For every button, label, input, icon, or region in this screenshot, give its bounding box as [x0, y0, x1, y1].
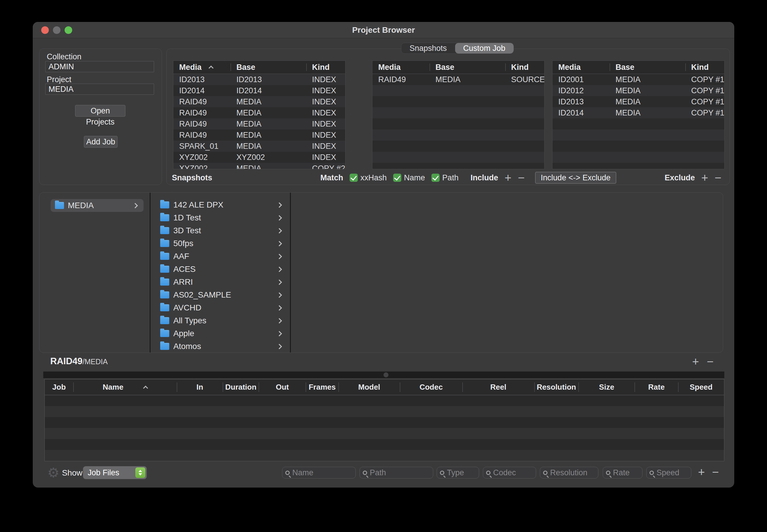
folder-item[interactable]: Atomos [151, 340, 290, 353]
gear-icon[interactable]: ⚙ [47, 465, 59, 480]
snapshot-source-table[interactable]: Media Base Kind ID2013 ID2013 INDEX [173, 61, 346, 169]
base-cell: MEDIA [430, 75, 505, 84]
folder-item[interactable]: 1D Test [151, 211, 290, 224]
folder-item[interactable]: All Types [151, 314, 290, 327]
table-row[interactable]: XYZ002 MEDIA COPY #2 [173, 163, 345, 169]
include-remove-icon[interactable] [518, 172, 525, 184]
folder-item[interactable]: 3D Test [151, 224, 290, 237]
folder-item[interactable]: ARRI [151, 276, 290, 289]
table-row[interactable]: XYZ002 XYZ002 INDEX [173, 152, 345, 163]
minimize-window-icon[interactable] [53, 26, 61, 34]
table-body: RAID49 MEDIA SOURCE [372, 74, 544, 169]
folder-item[interactable]: 50fps [151, 237, 290, 250]
volume-path: /MEDIA [82, 357, 108, 366]
rate-filter-input[interactable] [613, 468, 639, 477]
table-row[interactable]: RAID49 MEDIA SOURCE [372, 74, 544, 85]
table-row[interactable]: ID2013 MEDIA COPY #1 [552, 96, 724, 107]
folder-item-media-root[interactable]: MEDIA [51, 199, 144, 212]
table-row[interactable]: SPARK_01 MEDIA INDEX [173, 141, 345, 152]
table-row[interactable]: RAID49 MEDIA INDEX [173, 107, 345, 118]
include-table[interactable]: Media Base Kind RAID49 MEDIA SOURCE [372, 61, 545, 169]
speed-filter-input[interactable] [657, 468, 688, 477]
match-checkbox[interactable] [393, 174, 401, 182]
tab-segment[interactable]: Custom Job [455, 43, 514, 53]
table-row[interactable]: RAID49 MEDIA INDEX [173, 118, 345, 129]
open-projects-button[interactable]: Open Projects [75, 105, 125, 117]
folder-icon [160, 304, 169, 311]
job-column-header[interactable]: Resolution [534, 379, 579, 395]
job-column-header[interactable]: Frames [306, 379, 338, 395]
job-column-header[interactable]: Out [259, 379, 306, 395]
close-window-icon[interactable] [41, 26, 49, 34]
column-header-kind[interactable]: Kind [306, 61, 345, 74]
include-add-icon[interactable] [505, 172, 511, 184]
job-column-header[interactable]: Codec [400, 379, 462, 395]
table-row[interactable]: RAID49 MEDIA INDEX [173, 96, 345, 107]
job-column-header[interactable]: Size [578, 379, 635, 395]
table-body: ID2013 ID2013 INDEX ID2014 ID2014 INDEX … [173, 74, 345, 169]
job-remove-icon[interactable] [707, 356, 714, 367]
name-filter-input[interactable] [292, 468, 353, 477]
table-row[interactable]: ID2014 ID2014 INDEX [173, 85, 345, 96]
folder-item[interactable]: 142 ALE DPX [151, 198, 290, 211]
job-scrollbar-track[interactable] [43, 372, 724, 378]
job-column-header[interactable]: Rate [635, 379, 678, 395]
column-header-media[interactable]: Media [173, 61, 231, 74]
job-column-header[interactable]: Speed [678, 379, 724, 395]
media-cell: ID2014 [173, 86, 231, 95]
filter-remove-icon[interactable] [712, 466, 719, 478]
column-header-media[interactable]: Media [552, 61, 610, 74]
column-label: Kind [511, 63, 529, 72]
column-header-base[interactable]: Base [610, 61, 685, 74]
column-header-base[interactable]: Base [231, 61, 306, 74]
chevron-right-icon [277, 254, 282, 259]
job-scrollbar-thumb[interactable] [383, 372, 388, 377]
folder-item[interactable]: Apple [151, 327, 290, 340]
column-header-kind[interactable]: Kind [505, 61, 544, 74]
type-filter-input[interactable] [447, 468, 476, 477]
match-checkbox[interactable] [350, 174, 358, 182]
table-row[interactable]: ID2012 MEDIA COPY #1 [552, 85, 724, 96]
job-column-header[interactable]: Reel [462, 379, 534, 395]
add-job-button[interactable]: Add Job [84, 136, 118, 148]
job-column-header[interactable]: Name [73, 379, 177, 395]
folder-item[interactable]: AS02_SAMPLE [151, 289, 290, 301]
job-column-header[interactable]: Job [45, 379, 73, 395]
zoom-window-icon[interactable] [65, 26, 72, 34]
codec-filter-input[interactable] [493, 468, 533, 477]
table-row[interactable]: ID2014 MEDIA COPY #1 [552, 107, 724, 118]
window-title: Project Browser [33, 22, 734, 38]
folder-item[interactable]: ACES [151, 263, 290, 276]
table-row[interactable]: RAID49 MEDIA INDEX [173, 129, 345, 141]
include-exclude-swap-button[interactable]: Include <-> Exclude [535, 172, 616, 184]
resolution-filter-input[interactable] [550, 468, 595, 477]
column-label: Reel [490, 383, 506, 392]
column-header-kind[interactable]: Kind [685, 61, 724, 74]
project-field[interactable] [45, 84, 154, 95]
exclude-remove-icon[interactable] [715, 172, 721, 184]
match-checkbox[interactable] [431, 174, 440, 182]
job-column-header[interactable]: Model [338, 379, 400, 395]
chevron-right-icon [277, 305, 282, 310]
path-filter-input[interactable] [370, 468, 430, 477]
collection-field[interactable] [45, 61, 154, 72]
folder-item[interactable]: AVCHD [151, 301, 290, 314]
filter-add-icon[interactable] [698, 466, 705, 478]
exclude-add-icon[interactable] [701, 172, 708, 184]
tab-segment[interactable]: Snapshots [401, 43, 455, 53]
folder-item[interactable]: AAF [151, 250, 290, 263]
exclude-table[interactable]: Media Base Kind ID2001 MEDIA COPY #1 [552, 61, 725, 169]
project-panel: Collection Project Open Projects Add Job [39, 49, 162, 185]
column-label: Media [378, 63, 401, 72]
column-header-base[interactable]: Base [430, 61, 505, 74]
job-files-table[interactable]: Job Name In Duration [44, 379, 724, 461]
column-label: Size [599, 383, 614, 392]
column-label: Codec [419, 383, 443, 392]
show-filter-dropdown[interactable]: Job Files [83, 466, 147, 479]
column-header-media[interactable]: Media [372, 61, 430, 74]
table-row[interactable]: ID2001 MEDIA COPY #1 [552, 74, 724, 85]
job-column-header[interactable]: In [177, 379, 223, 395]
table-row[interactable]: ID2013 ID2013 INDEX [173, 74, 345, 85]
job-add-icon[interactable] [692, 356, 699, 367]
job-column-header[interactable]: Duration [223, 379, 259, 395]
